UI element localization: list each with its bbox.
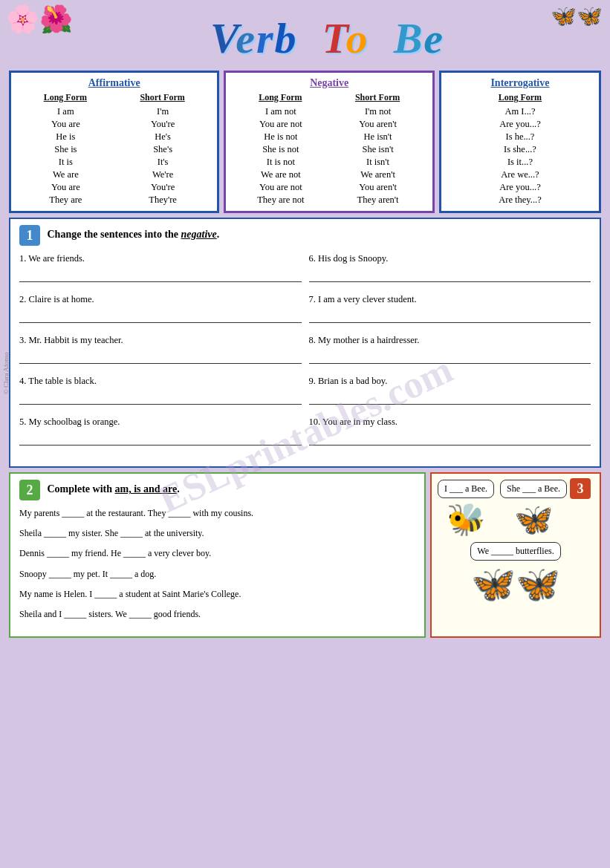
table-row: I am notI'm not [232,105,426,118]
affirmative-rows: I amI'mYou areYou'reHe isHe'sShe isShe's… [17,105,211,206]
table-row: We areWe're [17,169,211,181]
exercises-grid: 1. We are friends.2. Claire is at home.3… [19,253,591,457]
section1-number: 1 [19,225,40,246]
answer-line[interactable] [19,349,302,364]
table-row: It is notIt isn't [232,156,426,169]
bee-icon: I ___ a Bee. 🐝 [438,480,494,538]
table-row: Is it...? [447,156,593,169]
section3: 3 I ___ a Bee. 🐝 She ___ a Bee. 🦋 We ___… [430,472,601,638]
table-row: They areThey're [17,194,211,206]
question-text: 3. Mr. Habbit is my teacher. [19,335,302,346]
exercise-item: 1. We are friends. [19,253,302,282]
answer-line[interactable] [309,349,591,364]
table-row: You areYou're [17,118,211,131]
exercise-item: 5. My schoolbag is orange. [19,417,302,446]
table-row: We are notWe aren't [232,169,426,181]
question-text: 4. The table is black. [19,376,302,387]
interrogative-table: Interrogative Long Form Am I...?Are you.… [439,71,601,213]
section2-line: My name is Helen. I _____ a student at S… [19,587,415,601]
table-row: They are notThey aren't [232,194,426,206]
table-row: He isHe's [17,131,211,143]
table-row: Are you...? [447,181,593,194]
table-row: She is notShe isn't [232,143,426,156]
question-text: 6. His dog is Snoopy. [309,253,591,264]
answer-line[interactable] [309,267,591,282]
interrogative-col-headers: Long Form [447,92,593,103]
table-row: Is he...? [447,131,593,143]
negative-col-headers: Long Form Short Form [232,92,426,103]
tables-row: Affirmative Long Form Short Form I amI'm… [9,71,601,213]
exercise-item: 6. His dog is Snoopy. [309,253,591,282]
exercise-item: 8. My mother is a hairdresser. [309,335,591,364]
table-row: He is notHe isn't [232,131,426,143]
exercise-item: 3. Mr. Habbit is my teacher. [19,335,302,364]
page-title: Verb To Be [210,14,444,62]
interrogative-title: Interrogative [447,77,593,89]
bubble1: I ___ a Bee. [438,480,494,498]
section1-title: 1 Change the sentences into the negative… [19,225,591,246]
affirmative-table: Affirmative Long Form Short Form I amI'm… [9,71,219,213]
negative-table: Negative Long Form Short Form I am notI'… [224,71,434,213]
negative-rows: I am notI'm notYou are notYou aren'tHe i… [232,105,426,206]
table-row: You are notYou aren't [232,118,426,131]
exercise-item: 4. The table is black. [19,376,302,405]
answer-line[interactable] [19,308,302,323]
section2-number: 2 [19,480,40,500]
question-text: 9. Brian is a bad boy. [309,376,591,387]
page: 🌸🌺 🦋🦋 © Clara Afonso Verb To Be Affirmat… [0,0,610,868]
affirmative-title: Affirmative [17,77,211,89]
answer-line[interactable] [19,390,302,405]
answer-line[interactable] [19,267,302,282]
answer-line[interactable] [309,308,591,323]
exercise-item: 7. I am a very clever student. [309,294,591,323]
table-row: I amI'm [17,105,211,118]
section1: 1 Change the sentences into the negative… [9,218,601,468]
question-text: 10. You are in my class. [309,417,591,428]
question-text: 2. Claire is at home. [19,294,302,305]
table-row: You are notYou aren't [232,181,426,194]
question-text: 7. I am a very clever student. [309,294,591,305]
exercise-item: 10. You are in my class. [309,417,591,446]
section3-number: 3 [570,478,591,499]
butterfly-area: We _____ butterflies. 🦋🦋 [438,542,594,605]
exercise-item: 2. Claire is at home. [19,294,302,323]
table-row: Are you...? [447,118,593,131]
section2-3-row: 2 Complete with am, is and are. My paren… [9,472,601,638]
section2-lines: My parents _____ at the restaurant. They… [19,506,415,621]
answer-line[interactable] [19,431,302,446]
table-row: Is she...? [447,143,593,156]
table-row: She isShe's [17,143,211,156]
answer-line[interactable] [309,390,591,405]
bubble2: She ___ a Bee. [500,480,567,498]
title-area: Verb To Be [6,6,604,68]
exercises-left-col: 1. We are friends.2. Claire is at home.3… [19,253,302,457]
table-row: Are they...? [447,194,593,206]
section2-line: My parents _____ at the restaurant. They… [19,506,415,521]
section2-line: Sheila and I _____ sisters. We _____ goo… [19,607,415,621]
section2-line: Snoopy _____ my pet. It _____ a dog. [19,567,415,581]
question-text: 1. We are friends. [19,253,302,264]
butterfly-right: She ___ a Bee. 🦋 [500,480,567,538]
table-row: It isIt's [17,156,211,169]
exercise-item: 9. Brian is a bad boy. [309,376,591,405]
affirmative-col-headers: Long Form Short Form [17,92,211,103]
question-text: 5. My schoolbag is orange. [19,417,302,428]
table-row: You areYou're [17,181,211,194]
bubble3: We _____ butterflies. [470,542,560,561]
section2: 2 Complete with am, is and are. My paren… [9,472,426,638]
exercises-right-col: 6. His dog is Snoopy.7. I am a very clev… [309,253,591,457]
table-row: Am I...? [447,105,593,118]
table-row: Are we...? [447,169,593,181]
section2-line: Sheila _____ my sister. She _____ at the… [19,526,415,541]
negative-title: Negative [232,77,426,89]
interrogative-rows: Am I...?Are you...?Is he...?Is she...?Is… [447,105,593,206]
answer-line[interactable] [309,431,591,446]
section2-line: Dennis _____ my friend. He _____ a very … [19,546,415,561]
question-text: 8. My mother is a hairdresser. [309,335,591,346]
section2-title: 2 Complete with am, is and are. [19,480,415,500]
